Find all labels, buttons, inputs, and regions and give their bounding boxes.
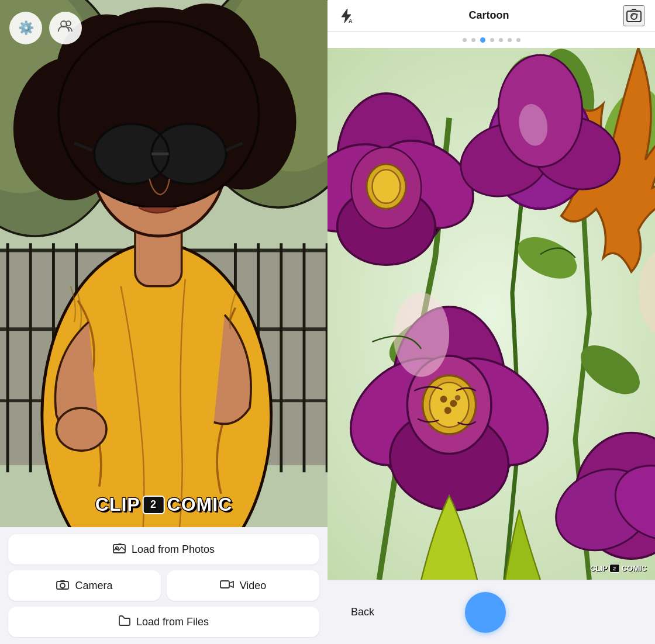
- app-logo: CLIP 2 COMIC: [95, 494, 233, 515]
- community-button[interactable]: [49, 12, 82, 44]
- video-label: Video: [240, 580, 267, 592]
- watermark-comic: COMIC: [622, 564, 647, 573]
- svg-point-81: [372, 169, 400, 203]
- files-icon: [119, 615, 130, 629]
- svg-point-72: [455, 395, 461, 401]
- settings-button[interactable]: ⚙️: [9, 12, 42, 44]
- svg-point-69: [440, 396, 447, 403]
- settings-icon: ⚙️: [18, 20, 34, 36]
- svg-rect-48: [220, 581, 229, 588]
- load-photos-label: Load from Photos: [132, 543, 215, 556]
- dot-1: [463, 38, 467, 42]
- video-icon: [220, 579, 234, 593]
- dot-6: [508, 38, 512, 42]
- logo-clip: CLIP: [95, 494, 140, 515]
- logo-camera-icon: 2: [143, 496, 165, 514]
- camera-button[interactable]: Camera: [8, 570, 161, 601]
- video-button[interactable]: Video: [167, 570, 319, 601]
- header-title: Cartoon: [469, 9, 509, 22]
- watermark-cam-icon: 2: [609, 564, 620, 573]
- camera-label: Camera: [75, 580, 112, 592]
- cartoon-image-container: CLIP 2 COMIC: [328, 48, 655, 580]
- svg-text:A: A: [349, 18, 353, 24]
- svg-point-91: [393, 293, 449, 377]
- right-panel: A Cartoon: [328, 0, 655, 644]
- dot-2: [471, 38, 475, 42]
- flip-camera-button[interactable]: [623, 5, 644, 26]
- watermark-clip: CLIP: [590, 564, 608, 573]
- dot-4: [490, 38, 494, 42]
- camera-icon: [56, 579, 69, 593]
- middle-row: Camera Video: [8, 570, 319, 601]
- community-icon: [58, 20, 73, 36]
- svg-point-70: [450, 400, 457, 407]
- back-label: Back: [351, 606, 374, 618]
- image-watermark: CLIP 2 COMIC: [590, 564, 647, 573]
- right-bottom-bar: Back: [328, 580, 655, 644]
- capture-button[interactable]: [465, 592, 506, 633]
- load-files-button[interactable]: Load from Files: [8, 607, 319, 637]
- flash-auto-button[interactable]: A: [338, 8, 354, 24]
- left-panel: ⚙️ CLIP 2 COMIC: [0, 0, 328, 644]
- svg-point-71: [444, 407, 451, 414]
- dot-3-active: [480, 37, 485, 43]
- svg-rect-50: [627, 11, 641, 22]
- load-files-label: Load from Files: [136, 616, 209, 628]
- back-button[interactable]: Back: [351, 606, 374, 618]
- right-header: A Cartoon: [328, 0, 655, 32]
- dot-7: [516, 38, 520, 42]
- logo-comic: COMIC: [167, 494, 233, 515]
- svg-point-47: [60, 583, 65, 588]
- dot-5: [499, 38, 503, 42]
- bottom-buttons-container: Load from Photos Camera: [0, 527, 328, 644]
- top-buttons: ⚙️: [9, 12, 82, 44]
- cartoon-flowers-svg: [328, 48, 655, 580]
- photos-icon: [113, 543, 126, 556]
- svg-point-68: [430, 382, 469, 427]
- load-photos-button[interactable]: Load from Photos: [8, 534, 319, 565]
- page-dots: [328, 32, 655, 48]
